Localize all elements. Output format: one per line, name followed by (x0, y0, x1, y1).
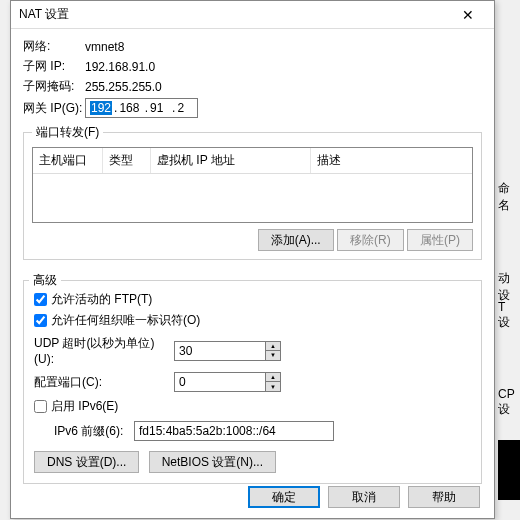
dialog-title: NAT 设置 (19, 6, 450, 23)
table-header: 主机端口 类型 虚拟机 IP 地址 描述 (33, 148, 472, 174)
gateway-oct3[interactable]: 91 (150, 101, 163, 115)
col-desc[interactable]: 描述 (311, 148, 472, 173)
ipv6-prefix-label: IPv6 前缀(6): (54, 423, 134, 440)
gateway-oct1[interactable]: 192 (90, 101, 112, 115)
bg-label: CP 设 (498, 387, 520, 418)
gateway-oct2[interactable]: 168 (119, 101, 139, 115)
advanced-buttons: DNS 设置(D)... NetBIOS 设置(N)... (34, 451, 471, 473)
cfg-spinner[interactable]: ▲ ▼ (265, 373, 280, 391)
subnet-ip-value: 192.168.91.0 (85, 60, 155, 74)
add-button[interactable]: 添加(A)... (258, 229, 334, 251)
chevron-down-icon[interactable]: ▼ (266, 382, 280, 391)
subnet-mask-label: 子网掩码: (23, 78, 85, 95)
remove-button: 移除(R) (337, 229, 404, 251)
port-forward-buttons: 添加(A)... 移除(R) 属性(P) (32, 229, 473, 251)
netbios-settings-button[interactable]: NetBIOS 设置(N)... (149, 451, 276, 473)
network-value: vmnet8 (85, 40, 124, 54)
bg-block (498, 440, 520, 500)
config-port-label: 配置端口(C): (34, 374, 174, 391)
allow-oui-checkbox[interactable] (34, 314, 47, 327)
enable-ipv6-label: 启用 IPv6(E) (51, 398, 118, 415)
dialog-footer: 确定 取消 帮助 (248, 486, 480, 508)
subnet-ip-label: 子网 IP: (23, 58, 85, 75)
col-host-port[interactable]: 主机端口 (33, 148, 103, 173)
nat-settings-dialog: NAT 设置 ✕ 网络: vmnet8 子网 IP: 192.168.91.0 … (10, 0, 495, 519)
advanced-group: 允许活动的 FTP(T) 允许任何组织唯一标识符(O) UDP 超时(以秒为单位… (23, 281, 482, 484)
chevron-up-icon[interactable]: ▲ (266, 342, 280, 351)
chevron-down-icon[interactable]: ▼ (266, 351, 280, 360)
config-port-row: 配置端口(C): ▲ ▼ (34, 372, 471, 392)
bg-label: T 设 (498, 300, 520, 331)
ipv6-prefix-input[interactable] (134, 421, 334, 441)
help-button[interactable]: 帮助 (408, 486, 480, 508)
gateway-row: 网关 IP(G): 192 . 168 . 91 . 2 (23, 98, 482, 118)
gateway-label: 网关 IP(G): (23, 100, 85, 117)
port-forward-group: 端口转发(F) 主机端口 类型 虚拟机 IP 地址 描述 添加(A)... 移除… (23, 124, 482, 260)
ipv6-prefix-row: IPv6 前缀(6): (54, 421, 471, 441)
udp-timeout-row: UDP 超时(以秒为单位)(U): ▲ ▼ (34, 335, 471, 366)
subnet-mask-row: 子网掩码: 255.255.255.0 (23, 78, 482, 95)
gateway-input[interactable]: 192 . 168 . 91 . 2 (85, 98, 198, 118)
allow-ftp-row: 允许活动的 FTP(T) (34, 291, 471, 308)
udp-timeout-input[interactable]: ▲ ▼ (174, 341, 281, 361)
network-row: 网络: vmnet8 (23, 38, 482, 55)
udp-timeout-field[interactable] (175, 342, 265, 360)
col-type[interactable]: 类型 (103, 148, 151, 173)
subnet-ip-row: 子网 IP: 192.168.91.0 (23, 58, 482, 75)
port-forward-table[interactable]: 主机端口 类型 虚拟机 IP 地址 描述 (32, 147, 473, 223)
port-forward-legend: 端口转发(F) (32, 124, 103, 141)
enable-ipv6-checkbox[interactable] (34, 400, 47, 413)
allow-oui-label: 允许任何组织唯一标识符(O) (51, 312, 200, 329)
allow-ftp-label: 允许活动的 FTP(T) (51, 291, 152, 308)
close-icon[interactable]: ✕ (450, 7, 486, 23)
dns-settings-button[interactable]: DNS 设置(D)... (34, 451, 139, 473)
subnet-mask-value: 255.255.255.0 (85, 80, 162, 94)
config-port-field[interactable] (175, 373, 265, 391)
properties-button: 属性(P) (407, 229, 473, 251)
allow-oui-row: 允许任何组织唯一标识符(O) (34, 312, 471, 329)
network-label: 网络: (23, 38, 85, 55)
cancel-button[interactable]: 取消 (328, 486, 400, 508)
bg-label: 动设 (498, 270, 520, 304)
titlebar: NAT 设置 ✕ (11, 1, 494, 29)
allow-ftp-checkbox[interactable] (34, 293, 47, 306)
udp-spinner[interactable]: ▲ ▼ (265, 342, 280, 360)
gateway-oct4[interactable]: 2 (177, 101, 184, 115)
ok-button[interactable]: 确定 (248, 486, 320, 508)
chevron-up-icon[interactable]: ▲ (266, 373, 280, 382)
col-vm-ip[interactable]: 虚拟机 IP 地址 (151, 148, 311, 173)
config-port-input[interactable]: ▲ ▼ (174, 372, 281, 392)
advanced-title: 高级 (29, 272, 61, 289)
bg-label: 命名 (498, 180, 520, 214)
enable-ipv6-row: 启用 IPv6(E) (34, 398, 471, 415)
udp-timeout-label: UDP 超时(以秒为单位)(U): (34, 335, 174, 366)
